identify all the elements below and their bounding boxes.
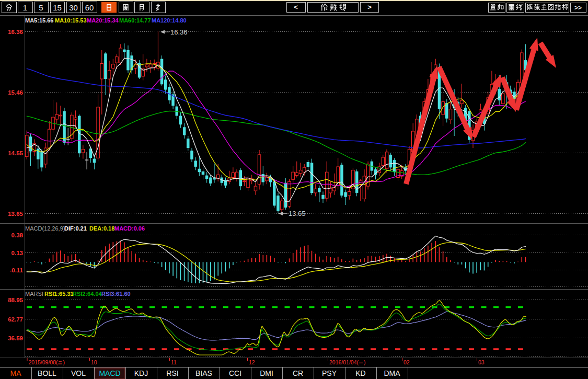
- svg-text:DEA:0.18: DEA:0.18: [89, 225, 114, 232]
- svg-text:30: 30: [69, 3, 78, 12]
- svg-text:MACD(12,26,9): MACD(12,26,9): [25, 225, 65, 232]
- svg-text:MACD:0.06: MACD:0.06: [114, 225, 145, 232]
- svg-text:15.46: 15.46: [8, 89, 23, 96]
- svg-text:36.59: 36.59: [8, 335, 23, 341]
- svg-text:MA5:15.66: MA5:15.66: [25, 17, 53, 24]
- svg-text:MARSI: MARSI: [25, 291, 43, 297]
- svg-text:CR: CR: [293, 369, 303, 377]
- svg-text:0.13: 0.13: [11, 250, 23, 256]
- svg-text:KD: KD: [355, 369, 365, 377]
- svg-text:16.36: 16.36: [8, 29, 23, 35]
- svg-text:2015/09/08(: 2015/09/08(: [29, 359, 59, 365]
- svg-text:RSI1:65.31: RSI1:65.31: [44, 291, 74, 297]
- svg-text:15: 15: [53, 3, 62, 12]
- svg-text:PSY: PSY: [322, 369, 337, 377]
- svg-text:60: 60: [85, 3, 94, 12]
- svg-text:1: 1: [23, 3, 27, 12]
- svg-text:RSI2:64.04: RSI2:64.04: [73, 291, 102, 297]
- svg-text:12: 12: [249, 359, 255, 365]
- svg-text:16.36: 16.36: [170, 28, 188, 36]
- svg-text:13.65: 13.65: [289, 210, 306, 217]
- svg-text:0.38: 0.38: [11, 232, 24, 238]
- svg-text:13.65: 13.65: [8, 211, 23, 217]
- svg-text:03: 03: [478, 359, 485, 365]
- svg-text:5: 5: [39, 3, 43, 12]
- svg-text:2016/01/04(: 2016/01/04(: [329, 359, 359, 365]
- svg-text:RSI3:61.60: RSI3:61.60: [101, 291, 131, 297]
- svg-text:DIF:0.21: DIF:0.21: [64, 225, 87, 232]
- svg-text:>: >: [367, 3, 372, 11]
- svg-text:88.95: 88.95: [8, 297, 23, 303]
- svg-text:>>: >>: [574, 4, 582, 12]
- svg-text:DMA: DMA: [384, 369, 400, 377]
- svg-text:BOLL: BOLL: [38, 369, 56, 377]
- svg-text:VOL: VOL: [71, 369, 86, 377]
- svg-text:MACD: MACD: [99, 369, 120, 377]
- svg-text:CCI: CCI: [229, 369, 241, 377]
- svg-text:): ): [364, 359, 366, 365]
- svg-text:MA60:14.77: MA60:14.77: [119, 17, 151, 24]
- svg-text:14.55: 14.55: [8, 150, 23, 156]
- svg-text:MA20:15.34: MA20:15.34: [87, 17, 119, 24]
- svg-text:BIAS: BIAS: [195, 369, 212, 377]
- svg-text:<: <: [294, 3, 298, 11]
- svg-text:11: 11: [171, 359, 177, 365]
- svg-text:MA120:14.80: MA120:14.80: [152, 17, 187, 24]
- svg-text:MA: MA: [10, 369, 22, 377]
- svg-text:-0.11: -0.11: [9, 267, 23, 273]
- svg-text:KDJ: KDJ: [134, 369, 148, 377]
- svg-text:RSI: RSI: [166, 369, 178, 377]
- svg-text:): ): [63, 359, 65, 365]
- svg-text:DMI: DMI: [260, 369, 273, 377]
- svg-text:62.77: 62.77: [8, 316, 23, 323]
- svg-text:02: 02: [403, 359, 410, 365]
- svg-text:MA10:15.53: MA10:15.53: [55, 17, 87, 24]
- svg-text:10: 10: [91, 359, 97, 365]
